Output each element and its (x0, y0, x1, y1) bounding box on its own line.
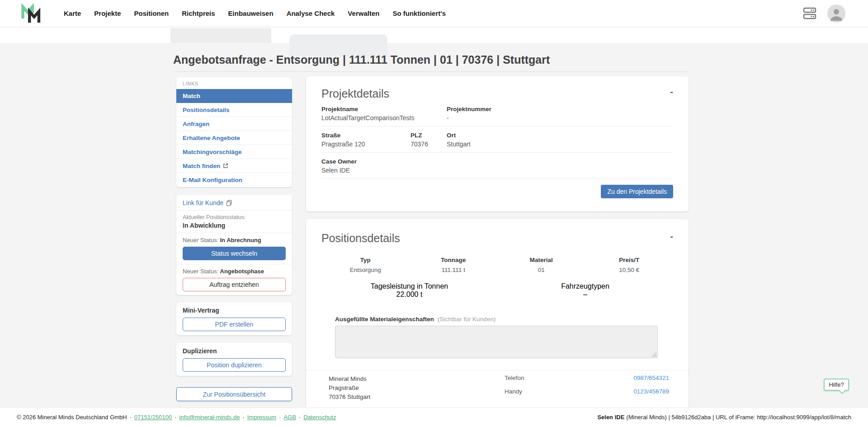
divider (176, 264, 292, 264)
sidebar-item-match[interactable]: Match (176, 89, 292, 103)
next-status-row: Neuer Status:In Abrechnung (183, 237, 286, 243)
collapse-icon[interactable]: - (670, 87, 673, 96)
field-value: LotActualTargetComparisonTests (321, 114, 447, 122)
field-value: Entsorgung (321, 267, 410, 273)
zur-positionsuebersicht-button[interactable]: Zur Positionsübersicht (176, 387, 292, 401)
external-link-icon (223, 163, 228, 169)
pdf-erstellen-button[interactable]: PDF erstellen (183, 318, 286, 331)
contact-address: Mineral Minds Pragstraße 70376 Stuttgart (329, 375, 370, 402)
field-label: Case Owner (321, 158, 673, 165)
footer-left: © 2026 Mineral Minds Deutschland GmbH · … (17, 408, 336, 426)
project-row: Case Owner Selen IDE (321, 153, 673, 179)
nav-item-analyse-check[interactable]: Analyse Check (287, 9, 335, 17)
sidebar-item-match-finden[interactable]: Match finden (176, 159, 292, 173)
field-label: Ort (447, 132, 673, 139)
customer-link-label: Link für Kunde (183, 199, 223, 206)
copy-icon (226, 200, 232, 206)
field-value: Selen IDE (321, 167, 673, 174)
field-label: Fahrzeugtypen (497, 282, 673, 290)
footer-email-link[interactable]: info@mineral-minds.de (179, 414, 240, 421)
divider (176, 210, 292, 211)
server-icon[interactable] (803, 7, 816, 20)
loading-strip (0, 27, 868, 43)
divider (176, 233, 292, 233)
nav-item-projekte[interactable]: Projekte (94, 9, 121, 17)
field-label: Projektnummer (447, 106, 673, 112)
mini-vertrag-card: Mini-Vertrag PDF erstellen (176, 302, 292, 335)
footer-session-info: Selen IDE (Mineral Minds) | 54b9126d2aba… (597, 408, 851, 426)
field-value: Stuttgart (447, 140, 673, 148)
sidebar-item-matchingvorschlaege[interactable]: Matchingvorschläge (176, 145, 292, 159)
mobile-link[interactable]: 0123/456789 (633, 388, 669, 395)
sidebar-item-email-konfiguration[interactable]: E-Mail Konfiguration (176, 173, 292, 187)
header-right-icons (803, 5, 845, 23)
project-row: Projektname LotActualTargetComparisonTes… (321, 100, 673, 126)
nav-item-positionen[interactable]: Positionen (134, 9, 169, 17)
next-status-label: Neuer Status: (183, 237, 219, 243)
sidebar: LINKS Match Positionsdetails Anfragen Er… (176, 0, 292, 426)
field-label: PLZ (410, 132, 447, 139)
customer-link[interactable]: Link für Kunde (183, 199, 286, 206)
nav-item-verwalten[interactable]: Verwalten (348, 9, 379, 17)
nav-item-richtpreis[interactable]: Richtpreis (182, 9, 215, 17)
field-value: 22.000 t (321, 290, 497, 299)
sidebar-item-positionsdetails[interactable]: Positionsdetails (176, 103, 292, 117)
next-status-value: In Abrechnung (220, 237, 261, 243)
mobile-label: Handy (505, 388, 522, 395)
revoke-status-row: Neuer Status:Angebotsphase (183, 268, 286, 275)
nav-item-einbauweisen[interactable]: Einbauweisen (228, 9, 274, 17)
position-summary-row: Typ Entsorgung Tonnage 111.111 t Materia… (321, 257, 673, 273)
field-label: Tagesleistung in Tonnen (321, 282, 497, 290)
footer-impressum-link[interactable]: Impressum (247, 414, 276, 421)
field-value: - (447, 114, 673, 122)
mini-vertrag-title: Mini-Vertrag (183, 307, 286, 314)
phone-link[interactable]: 0987/654321 (633, 375, 669, 381)
logo-icon (20, 3, 41, 24)
copyright-text: © 2026 Mineral Minds Deutschland GmbH (17, 414, 127, 421)
footer-phone-link[interactable]: 07151/250100 (134, 414, 172, 421)
status-wechseln-button[interactable]: Status wechseln (183, 247, 286, 260)
position-duplizieren-button[interactable]: Position duplizieren (183, 358, 286, 372)
separator: · (299, 414, 301, 421)
contact-street: Pragstraße (329, 384, 370, 393)
sidebar-item-anfragen[interactable]: Anfragen (176, 117, 292, 131)
nav-item-so-funktionierts[interactable]: So funktioniert's (392, 9, 446, 17)
positionsdetails-title: Positionsdetails (321, 232, 400, 245)
phone-label: Telefon (505, 375, 524, 381)
field-value: 01 (497, 267, 585, 273)
hilfe-button[interactable]: Hilfe? (824, 379, 849, 391)
field-label: Typ (321, 257, 410, 263)
sidebar-item-label: Match (183, 93, 200, 99)
footer: © 2026 Mineral Minds Deutschland GmbH · … (0, 407, 868, 426)
links-card: LINKS Match Positionsdetails Anfragen Er… (176, 77, 292, 187)
collapse-icon[interactable]: - (670, 232, 673, 241)
auftrag-entziehen-button[interactable]: Auftrag entziehen (183, 278, 286, 291)
field-label: Material (497, 257, 585, 263)
footer-datenschutz-link[interactable]: Datenschutz (303, 414, 336, 421)
footer-agb-link[interactable]: AGB (283, 414, 296, 421)
separator: · (242, 414, 244, 421)
revoke-status-label: Neuer Status: (183, 268, 219, 275)
sidebar-item-erhaltene-angebote[interactable]: Erhaltene Angebote (176, 131, 292, 145)
current-status-value: In Abwicklung (183, 222, 286, 229)
nav-item-karte[interactable]: Karte (64, 9, 81, 17)
duplizieren-title: Duplizieren (183, 347, 286, 355)
field-value: 111.111 t (410, 267, 498, 273)
duplizieren-card: Duplizieren Position duplizieren (176, 343, 292, 376)
material-properties-label-text: Ausgefüllte Materialeigenschaften (335, 316, 434, 323)
main-nav: Karte Projekte Positionen Richtpreis Ein… (64, 9, 446, 17)
sidebar-item-label: Matchingvorschläge (183, 149, 242, 155)
zu-den-projektdetails-button[interactable]: Zu den Projektdetails (601, 185, 673, 198)
material-properties-textarea[interactable] (335, 326, 658, 358)
separator: · (175, 414, 176, 421)
current-status-label: Aktueller Positionsstatus: (183, 214, 286, 220)
sidebar-item-label: Match finden (183, 163, 220, 169)
mineral-minds-logo[interactable] (20, 3, 41, 24)
avatar-icon[interactable] (827, 5, 845, 23)
sidebar-item-label: Anfragen (183, 121, 209, 127)
field-label: Projektname (321, 106, 447, 112)
separator: · (279, 414, 281, 421)
material-properties-hint: (Sichtbar für Kunden) (438, 316, 495, 323)
sidebar-item-label: E-Mail Konfiguration (183, 177, 242, 183)
field-label: Straße (321, 132, 410, 139)
